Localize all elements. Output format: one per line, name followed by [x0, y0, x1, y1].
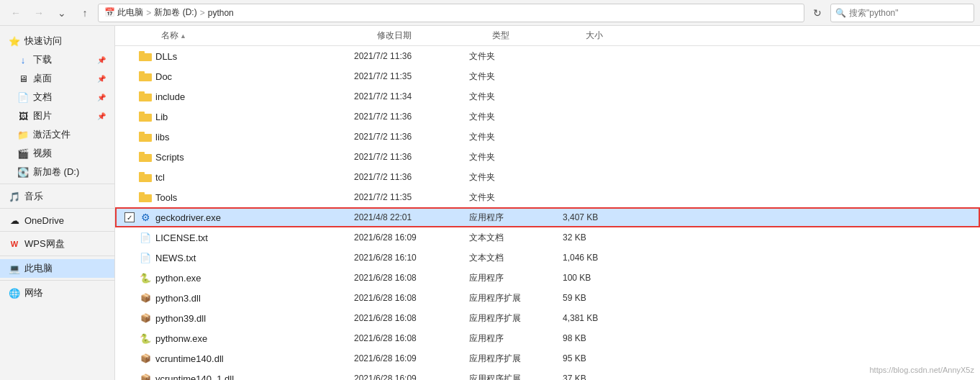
folder-icon	[139, 51, 152, 61]
file-size: 37 KB	[563, 374, 635, 380]
pyexe-icon: 🐍	[138, 271, 153, 285]
sidebar-label-this-pc: 此电脑	[24, 262, 53, 275]
refresh-button[interactable]: ↻	[807, 3, 827, 23]
sidebar-item-this-pc[interactable]: 💻 此电脑	[0, 259, 114, 278]
file-row[interactable]: Tools2021/7/2 11:35文件夹	[115, 187, 980, 207]
file-type: 文件夹	[469, 151, 563, 163]
folder-icon-activation: 📁	[17, 129, 29, 140]
file-name: python39.dll	[155, 313, 354, 324]
file-row[interactable]: Lib2021/7/2 11:36文件夹	[115, 107, 980, 127]
sidebar-item-newvol[interactable]: 💽 新加卷 (D:)	[0, 163, 114, 181]
file-date: 2021/7/2 11:36	[354, 112, 469, 122]
file-type: 文件夹	[469, 50, 563, 63]
sidebar-item-quick-access[interactable]: ⭐ 快速访问	[0, 32, 114, 50]
file-name: Scripts	[155, 152, 354, 163]
file-row[interactable]: include2021/7/2 11:34文件夹	[115, 86, 980, 107]
file-name: Lib	[155, 112, 354, 122]
back-button[interactable]: ←	[6, 3, 26, 23]
file-date: 2021/7/2 11:36	[354, 152, 469, 162]
file-row[interactable]: 🐍python.exe2021/6/28 16:08应用程序100 KB	[115, 268, 980, 288]
file-date: 2021/7/2 11:36	[354, 132, 469, 142]
file-date: 2021/4/8 22:01	[354, 212, 469, 222]
sidebar-item-pictures[interactable]: 🖼 图片 📌	[0, 107, 114, 125]
file-type: 文件夹	[469, 71, 563, 83]
col-date-header[interactable]: 修改日期	[371, 30, 486, 42]
desktop-icon: 🖥	[17, 73, 29, 84]
sidebar-item-wps[interactable]: W WPS网盘	[0, 235, 114, 253]
sidebar-item-network[interactable]: 🌐 网络	[0, 284, 114, 302]
file-name: include	[155, 91, 354, 102]
sidebar-item-desktop[interactable]: 🖥 桌面 📌	[0, 69, 114, 88]
sidebar-item-activation[interactable]: 📁 激活文件	[0, 125, 114, 144]
file-size: 32 KB	[563, 232, 635, 243]
sidebar-label-pictures: 图片	[33, 109, 52, 122]
sort-arrow-icon: ▲	[180, 32, 186, 40]
file-type: 文件夹	[469, 191, 563, 204]
dll-icon: 📦	[138, 351, 153, 366]
file-type: 文件夹	[469, 131, 563, 143]
sidebar-label-onedrive: OneDrive	[24, 215, 64, 226]
pic-icon: 🖼	[17, 110, 29, 122]
folder-icon	[139, 71, 152, 81]
file-date: 2021/6/28 16:09	[354, 353, 469, 363]
col-type-header[interactable]: 类型	[486, 30, 580, 42]
sidebar-item-music[interactable]: 🎵 音乐	[0, 187, 114, 206]
pin-icon-2: 📌	[97, 75, 106, 83]
file-type: 应用程序扩展	[469, 312, 563, 325]
file-name: python.exe	[155, 273, 354, 284]
file-name: vcruntime140_1.dll	[155, 374, 354, 381]
folder-icon	[139, 192, 152, 202]
file-row[interactable]: tcl2021/7/2 11:36文件夹	[115, 167, 980, 187]
file-row[interactable]: DLLs2021/7/2 11:36文件夹	[115, 46, 980, 66]
file-date: 2021/6/28 16:09	[354, 232, 469, 243]
cloud-icon: ☁	[9, 214, 20, 226]
file-size: 59 KB	[563, 293, 635, 303]
search-input[interactable]	[849, 8, 969, 18]
forward-button[interactable]: →	[29, 3, 49, 23]
up-button[interactable]: ↑	[75, 3, 95, 23]
file-row[interactable]: 📦vcruntime140.dll2021/6/28 16:09应用程序扩展95…	[115, 348, 980, 368]
file-date: 2021/7/2 11:36	[354, 172, 469, 182]
file-name: Tools	[155, 192, 354, 203]
col-name-header[interactable]: 名称 ▲	[155, 30, 371, 42]
watermark: https://blog.csdn.net/AnnyX5z	[869, 366, 974, 374]
sidebar-label-downloads: 下载	[33, 53, 52, 66]
breadcrumb-folder: python	[208, 8, 234, 18]
file-name: LICENSE.txt	[155, 232, 354, 243]
file-list: DLLs2021/7/2 11:36文件夹Doc2021/7/2 11:35文件…	[115, 46, 980, 380]
file-row[interactable]: Doc2021/7/2 11:35文件夹	[115, 66, 980, 86]
file-name: pythonw.exe	[155, 333, 354, 344]
file-row[interactable]: Scripts2021/7/2 11:36文件夹	[115, 147, 980, 167]
sidebar-item-video[interactable]: 🎬 视频	[0, 144, 114, 163]
file-row[interactable]: 📦vcruntime140_1.dll2021/6/28 16:09应用程序扩展…	[115, 368, 980, 380]
file-row[interactable]: 📦python39.dll2021/6/28 16:08应用程序扩展4,381 …	[115, 308, 980, 328]
exe-icon: ⚙	[138, 210, 153, 225]
file-row[interactable]: 📄NEWS.txt2021/6/28 16:10文本文档1,046 KB	[115, 248, 980, 268]
file-date: 2021/6/28 16:09	[354, 374, 469, 380]
file-date: 2021/7/2 11:35	[354, 71, 469, 81]
breadcrumb[interactable]: 📅 此电脑 > 新加卷 (D:) > python	[98, 4, 804, 22]
sidebar-label-desktop: 桌面	[33, 72, 52, 85]
recent-button[interactable]: ⌄	[52, 3, 72, 23]
row-checkbox[interactable]: ✓	[124, 212, 135, 222]
file-type: 文件夹	[469, 91, 563, 103]
sidebar-label-newvol: 新加卷 (D:)	[33, 166, 79, 178]
file-row[interactable]: ✓⚙geckodriver.exe2021/4/8 22:01应用程序3,407…	[115, 207, 980, 227]
pyexe-icon: 🐍	[138, 331, 153, 345]
file-row[interactable]: libs2021/7/2 11:36文件夹	[115, 127, 980, 147]
file-size: 100 KB	[563, 273, 635, 283]
search-bar[interactable]: 🔍	[830, 4, 974, 22]
sidebar-item-downloads[interactable]: ↓ 下载 📌	[0, 50, 114, 69]
pin-icon-4: 📌	[97, 112, 106, 120]
file-date: 2021/7/2 11:34	[354, 91, 469, 101]
file-row[interactable]: 🐍pythonw.exe2021/6/28 16:08应用程序98 KB	[115, 328, 980, 348]
file-type: 文件夹	[469, 171, 563, 184]
sidebar-item-documents[interactable]: 📄 文档 📌	[0, 88, 114, 107]
file-type: 应用程序	[469, 272, 563, 284]
col-size-header[interactable]: 大小	[580, 30, 652, 42]
file-name: tcl	[155, 172, 354, 183]
sidebar-item-onedrive[interactable]: ☁ OneDrive	[0, 212, 114, 229]
file-type: 应用程序	[469, 212, 563, 224]
file-row[interactable]: 📄LICENSE.txt2021/6/28 16:09文本文档32 KB	[115, 227, 980, 248]
file-row[interactable]: 📦python3.dll2021/6/28 16:08应用程序扩展59 KB	[115, 288, 980, 308]
